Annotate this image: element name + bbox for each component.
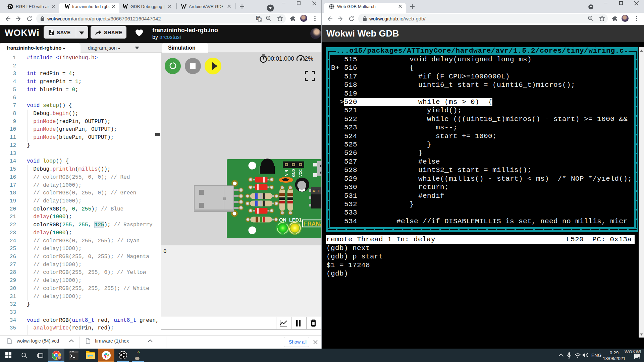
svg-text:FRANZ: FRANZ: [304, 221, 322, 227]
svg-text:文: 文: [259, 18, 262, 21]
svg-text:ATTI: ATTI: [313, 189, 320, 193]
svg-text:VCC: VCC: [299, 169, 303, 177]
svg-text:VIN: VIN: [284, 170, 288, 176]
svg-text:GND: GND: [291, 169, 296, 177]
